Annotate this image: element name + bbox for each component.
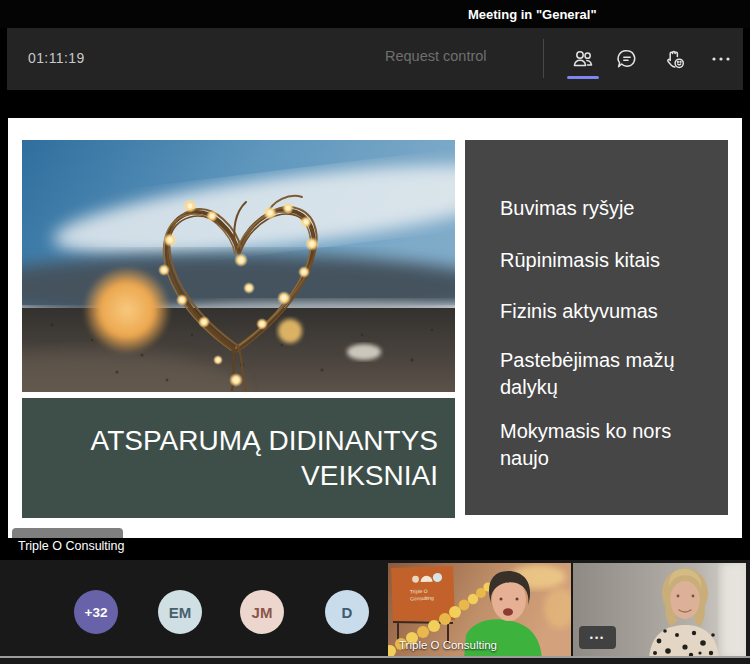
list-item: Fizinis aktyvumas (500, 298, 702, 325)
meeting-title: Meeting in "General" (468, 7, 597, 22)
presenter-toolbar-tab[interactable] (12, 528, 123, 538)
window-title-bar: Meeting in "General" (0, 0, 750, 28)
list-item: Buvimas ryšyje (500, 195, 702, 222)
video-tile-presenter[interactable]: Triple O Consulting (388, 563, 571, 658)
video-tile-participant[interactable]: ••• (573, 563, 746, 658)
slide-list-panel: Buvimas ryšyje Rūpinimasis kitais Fizini… (465, 140, 728, 515)
teams-meeting-window: Meeting in "General" 01:11:19 Request co… (0, 0, 750, 664)
ellipsis-icon (709, 47, 733, 74)
chat-bubble-icon (615, 47, 639, 74)
meeting-toolbar: 01:11:19 Request control (7, 28, 743, 90)
list-item: Mokymasis ko nors naujo (500, 418, 702, 472)
participant-avatar[interactable]: JM (240, 590, 284, 634)
participant-avatar[interactable]: D (325, 590, 369, 634)
video-presenter-name-label: Triple O Consulting (399, 639, 497, 651)
participant-avatar[interactable]: EM (158, 590, 202, 634)
reactions-button[interactable] (657, 44, 693, 76)
list-item: Rūpinimasis kitais (500, 247, 702, 274)
heart-string-lights-photo (22, 140, 455, 392)
more-options-button[interactable] (703, 44, 739, 76)
raised-hand-reaction-icon (663, 47, 687, 74)
chat-button[interactable] (609, 44, 645, 76)
svg-text:Consulting: Consulting (410, 595, 434, 602)
window-bottom-edge (0, 656, 750, 658)
video-more-button[interactable]: ••• (579, 626, 616, 649)
participants-bar: +32 EM JM D (0, 560, 750, 664)
request-control-button[interactable]: Request control (385, 48, 487, 64)
toolbar-divider (543, 39, 544, 78)
people-icon (571, 47, 595, 74)
slide-title: ATSPARUMĄ DIDINANTYS VEIKSNIAI (22, 398, 455, 518)
svg-text:Triple O: Triple O (410, 588, 428, 595)
participants-button[interactable] (565, 44, 601, 76)
screen-share-stage: ATSPARUMĄ DIDINANTYS VEIKSNIAI Buvimas r… (0, 90, 750, 560)
participants-active-indicator (567, 76, 599, 79)
list-item: Pastebėjimas mažų dalykų (500, 347, 702, 401)
shared-presentation-slide: ATSPARUMĄ DIDINANTYS VEIKSNIAI Buvimas r… (8, 118, 742, 538)
presenter-name-label: Triple O Consulting (18, 539, 125, 553)
meeting-timer: 01:11:19 (28, 50, 85, 66)
overflow-participants-avatar[interactable]: +32 (74, 590, 118, 634)
